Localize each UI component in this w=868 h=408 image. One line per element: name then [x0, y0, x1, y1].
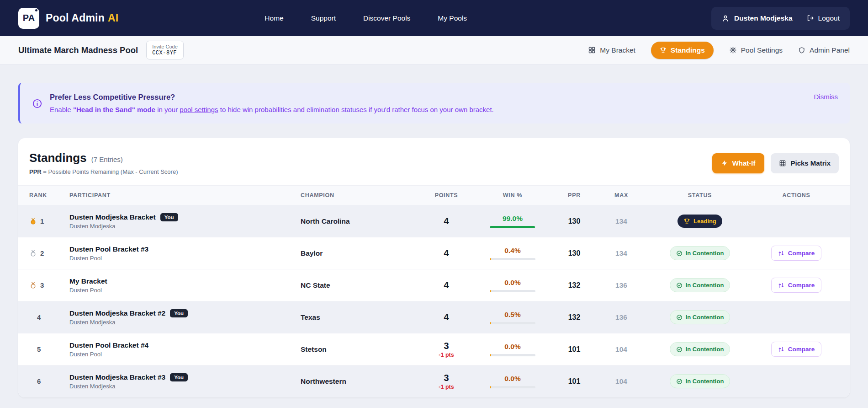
table-row: 1Dusten Modjeska BracketYouDusten Modjes… [18, 205, 850, 237]
participant-cell: Dusten Modjeska Bracket #3YouDusten Modj… [69, 373, 301, 390]
invite-code-value: CCX-8YF [152, 50, 178, 57]
status-cell: In Contention [646, 246, 754, 260]
status-badge-in-contention: In Contention [670, 310, 730, 324]
logo-text: PA [23, 13, 35, 23]
trophy-icon [683, 218, 690, 225]
points-cell: 4 [419, 248, 473, 258]
win-probability-bar [490, 226, 535, 228]
champion-cell: Texas [301, 313, 419, 322]
standings-actions: What-If Picks Matrix [712, 153, 839, 173]
tab-standings[interactable]: Standings [651, 42, 714, 59]
banner-content: Prefer Less Competitive Pressure? Enable… [50, 93, 494, 113]
banner-bold-text: "Head in the Sand" mode [73, 106, 155, 113]
col-champion: CHAMPION [301, 192, 419, 199]
rank-cell: 2 [29, 249, 69, 257]
rank-cell: 5 [29, 345, 69, 353]
win-pct-value: 99.0% [503, 215, 523, 223]
actions-cell: Compare [754, 278, 839, 293]
points-cell: 4 [419, 216, 473, 226]
champion-cell: Northwestern [301, 377, 419, 386]
nav-my-pools[interactable]: My Pools [438, 14, 467, 22]
participant-cell: Dusten Modjeska BracketYouDusten Modjesk… [69, 213, 301, 230]
brand: PA Pool AdminAI [18, 8, 118, 29]
picks-matrix-button[interactable]: Picks Matrix [771, 153, 839, 173]
tab-admin-panel[interactable]: Admin Panel [798, 46, 850, 54]
owner-name: Dusten Pool [69, 287, 301, 294]
logout-icon [806, 14, 814, 22]
win-pct-value: 0.0% [504, 279, 520, 287]
standings-title-block: Standings (7 Entries) PPR = Possible Poi… [29, 151, 178, 175]
tab-label: Standings [671, 46, 705, 54]
logout-button[interactable]: Logout [806, 14, 840, 22]
col-status: STATUS [646, 192, 754, 199]
champion-cell: North Carolina [301, 217, 419, 225]
actions-cell: Compare [754, 342, 839, 357]
what-if-button[interactable]: What-If [712, 153, 765, 173]
ppr-cell: 130 [552, 217, 597, 225]
tab-my-bracket[interactable]: My Bracket [588, 46, 635, 54]
pool-settings-link[interactable]: pool settings [180, 106, 218, 113]
col-actions: ACTIONS [754, 192, 839, 199]
standings-card-header: Standings (7 Entries) PPR = Possible Poi… [18, 138, 850, 185]
win-probability-bar [490, 386, 535, 388]
win-probability-bar [490, 290, 535, 292]
win-pct-cell: 0.0% [473, 343, 552, 356]
user-menu[interactable]: Dusten Modjeska [721, 14, 792, 22]
win-pct-value: 0.0% [504, 375, 520, 383]
table-row: 2Dusten Pool Bracket #3Dusten PoolBaylor… [18, 237, 850, 269]
points-value: 4 [419, 280, 473, 290]
trophy-icon [660, 47, 667, 54]
rank-cell: 3 [29, 281, 69, 289]
ppr-cell: 132 [552, 313, 597, 322]
owner-name: Dusten Pool [69, 351, 301, 358]
col-win-pct: WIN % [473, 192, 552, 199]
you-badge: You [160, 213, 178, 221]
nav-support[interactable]: Support [311, 14, 336, 22]
owner-name: Dusten Modjeska [69, 319, 301, 326]
ppr-cell: 101 [552, 377, 597, 386]
status-badge-leading: Leading [677, 215, 722, 228]
win-pct-cell: 0.5% [473, 311, 552, 324]
nav-discover-pools[interactable]: Discover Pools [363, 14, 410, 22]
compare-icon [778, 282, 784, 289]
points-value: 4 [419, 216, 473, 226]
invite-code-label: Invite Code [152, 43, 178, 50]
win-pct-value: 0.0% [504, 343, 520, 351]
status-cell: In Contention [646, 310, 754, 324]
tab-label: Admin Panel [810, 46, 850, 54]
compare-button[interactable]: Compare [771, 246, 822, 261]
col-points: POINTS [419, 192, 473, 199]
rank-number: 4 [37, 313, 41, 321]
what-if-label: What-If [732, 159, 756, 167]
max-cell: 134 [597, 249, 646, 258]
compare-button[interactable]: Compare [771, 278, 822, 293]
tab-pool-settings[interactable]: Pool Settings [729, 46, 783, 54]
champion-cell: NC State [301, 281, 419, 290]
rank-cell: 4 [29, 313, 69, 321]
check-circle-icon [676, 378, 683, 385]
tab-label: Pool Settings [741, 46, 783, 54]
win-pct-cell: 0.0% [473, 279, 552, 292]
rank-number: 3 [40, 281, 44, 289]
rank-cell: 6 [29, 377, 69, 385]
bolt-icon [721, 160, 728, 166]
main-nav: Home Support Discover Pools My Pools [265, 14, 467, 22]
dismiss-button[interactable]: Dismiss [814, 93, 838, 101]
status-cell: Leading [646, 215, 754, 228]
you-badge: You [170, 373, 188, 381]
status-cell: In Contention [646, 342, 754, 356]
picks-matrix-label: Picks Matrix [790, 159, 831, 167]
info-icon [32, 93, 42, 113]
nav-home[interactable]: Home [265, 14, 283, 22]
compare-button[interactable]: Compare [771, 342, 822, 357]
banner-body: Enable "Head in the Sand" mode in your p… [50, 106, 494, 113]
max-cell: 104 [597, 345, 646, 354]
status-cell: In Contention [646, 374, 754, 388]
table-row: 6Dusten Modjeska Bracket #3YouDusten Mod… [18, 365, 850, 397]
ppr-abbr: PPR [29, 168, 42, 175]
user-panel: Dusten Modjeska Logout [711, 7, 850, 30]
champion-cell: Baylor [301, 249, 419, 258]
bracket-name: Dusten Modjeska Bracket #2 [69, 309, 165, 317]
top-navbar: PA Pool AdminAI Home Support Discover Po… [0, 0, 868, 36]
win-pct-value: 0.5% [504, 311, 520, 319]
